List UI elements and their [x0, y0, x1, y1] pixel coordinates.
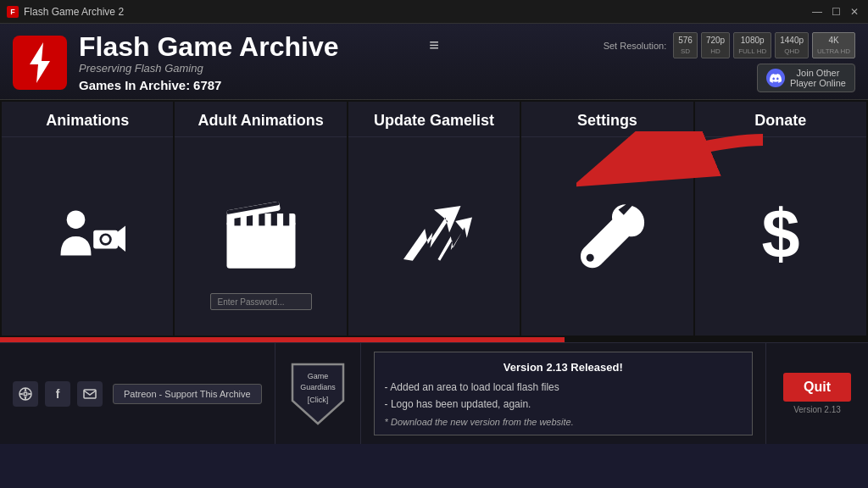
svg-rect-11 — [270, 214, 276, 225]
update-gamelist-title: Update Gamelist — [348, 102, 520, 137]
update-gamelist-icon — [379, 137, 489, 336]
animations-title: Animations — [2, 102, 173, 137]
facebook-icon: f — [56, 387, 60, 401]
discord-button[interactable]: Join OtherPlayer Online — [757, 64, 855, 92]
resolution-bar: Set Resolution: 576SD 720pHD 1080pFULL H… — [604, 32, 855, 58]
news-box: Version 2.13 Released! - Added an area t… — [374, 352, 753, 435]
settings-title: Settings — [521, 102, 693, 137]
facebook-icon-button[interactable]: f — [45, 381, 70, 407]
donate-icon: $ — [726, 137, 836, 336]
svg-marker-0 — [30, 42, 50, 83]
svg-rect-21 — [84, 390, 96, 398]
header-right: Set Resolution: 576SD 720pHD 1080pFULL H… — [604, 32, 855, 92]
bottom-left: f Patreon - Support This Archive — [0, 343, 275, 444]
title-bar: F Flash Game Archive 2 — ☐ ✕ — [0, 0, 868, 24]
games-count: Games In Archive: 6787 — [79, 78, 339, 92]
maximize-button[interactable]: ☐ — [829, 5, 843, 19]
donate-title: Donate — [695, 102, 866, 137]
main-grid: Animations Adult Animations — [0, 100, 868, 337]
quit-button[interactable]: Quit — [783, 373, 851, 402]
svg-text:[Click]: [Click] — [307, 396, 328, 404]
app-title: Flash Game Archive — [79, 32, 339, 62]
settings-button[interactable]: Settings — [521, 102, 693, 336]
resolution-label: Set Resolution: — [604, 41, 667, 51]
version-text: Version 2.13 — [793, 405, 841, 414]
game-guardians-button[interactable]: Game Guardians [Click] — [288, 360, 348, 428]
update-gamelist-button[interactable]: Update Gamelist — [348, 102, 520, 336]
svg-point-1 — [67, 211, 86, 230]
svg-point-5 — [102, 236, 109, 243]
games-count-value: 6787 — [193, 78, 221, 92]
donate-button[interactable]: Donate $ — [695, 102, 866, 336]
svg-text:Game: Game — [307, 372, 328, 380]
app-subtitle: Preserving Flash Gaming — [79, 62, 339, 75]
shield-area[interactable]: Game Guardians [Click] — [275, 343, 361, 444]
svg-rect-10 — [259, 214, 264, 225]
animations-button[interactable]: Animations — [2, 102, 173, 336]
adult-animations-button[interactable]: Adult Animations — [175, 102, 346, 336]
header-logo-area: Flash Game Archive Preserving Flash Gami… — [13, 32, 339, 92]
flash-logo — [13, 36, 67, 90]
res-4k-button[interactable]: 4KULTRA HD — [812, 32, 855, 58]
globe-icon-button[interactable] — [13, 381, 38, 407]
shield-icon: Game Guardians [Click] — [288, 360, 348, 428]
header-center: ≡ — [422, 32, 446, 58]
discord-label: Join OtherPlayer Online — [790, 68, 846, 88]
header-text: Flash Game Archive Preserving Flash Gami… — [79, 32, 339, 92]
minimize-button[interactable]: — — [810, 5, 824, 19]
adult-animations-title: Adult Animations — [175, 102, 346, 137]
svg-text:Guardians: Guardians — [300, 383, 336, 391]
news-item-2: - Logo has been updated, again. — [385, 396, 742, 412]
patreon-button[interactable]: Patreon - Support This Archive — [113, 384, 262, 404]
email-icon-button[interactable] — [77, 381, 103, 407]
svg-marker-15 — [403, 206, 461, 261]
bottom-area: f Patreon - Support This Archive Game Gu… — [0, 342, 868, 444]
discord-icon — [766, 69, 785, 87]
password-input[interactable] — [210, 293, 312, 310]
bottom-right: Quit Version 2.13 — [766, 343, 868, 444]
window-title: Flash Game Archive 2 — [24, 6, 124, 18]
close-button[interactable]: ✕ — [848, 5, 861, 19]
header: Flash Game Archive Preserving Flash Gami… — [0, 24, 868, 100]
svg-point-17 — [587, 254, 594, 262]
title-bar-left: F Flash Game Archive 2 — [7, 6, 124, 18]
res-576-button[interactable]: 576SD — [673, 32, 698, 58]
svg-text:$: $ — [761, 198, 799, 272]
menu-button[interactable]: ≡ — [422, 32, 446, 58]
games-count-label: Games In Archive: — [79, 78, 190, 92]
svg-point-20 — [19, 388, 31, 400]
res-720p-button[interactable]: 720pHD — [701, 32, 730, 58]
svg-rect-12 — [283, 214, 289, 225]
settings-icon — [552, 137, 662, 336]
news-download: * Download the new version from the webs… — [385, 415, 742, 430]
res-1440p-button[interactable]: 1440pQHD — [775, 32, 809, 58]
res-1080p-button[interactable]: 1080pFULL HD — [733, 32, 771, 58]
window-controls: — ☐ ✕ — [810, 5, 861, 19]
svg-marker-3 — [118, 226, 125, 252]
news-item-1: - Added an area to load local flash file… — [385, 380, 742, 395]
svg-rect-6 — [226, 221, 295, 269]
animations-icon — [32, 137, 142, 336]
news-title: Version 2.13 Released! — [385, 359, 742, 376]
news-area: Version 2.13 Released! - Added an area t… — [361, 343, 766, 444]
flash-icon-small: F — [7, 6, 19, 18]
